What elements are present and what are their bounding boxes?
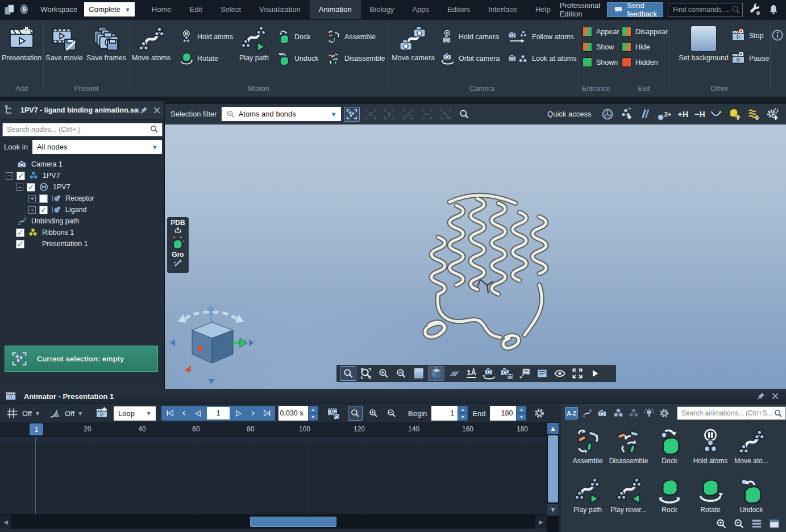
- add-hydrogens-button[interactable]: +H: [677, 110, 688, 119]
- quick-settings-button[interactable]: [764, 107, 780, 122]
- disassemble-button[interactable]: Disassemble: [327, 52, 385, 65]
- add-surface-button[interactable]: [746, 107, 762, 122]
- orientation-gizmo[interactable]: [169, 294, 255, 389]
- export-movie-button[interactable]: [326, 406, 341, 421]
- tree-item-ribbons[interactable]: Ribbons 1: [0, 227, 164, 238]
- scroll-left-arrow[interactable]: ◀: [0, 515, 11, 529]
- skip-to-end-button[interactable]: [260, 407, 274, 419]
- tree-item-receptor[interactable]: + Receptor: [0, 193, 164, 204]
- menu-apps[interactable]: Apps: [403, 0, 438, 19]
- select-similar-button[interactable]: [419, 107, 435, 122]
- tile-assemble[interactable]: Assemble: [567, 427, 608, 475]
- deselect-button[interactable]: [363, 107, 379, 122]
- visibility-checkbox[interactable]: [39, 194, 48, 203]
- play-path-button[interactable]: Play path: [232, 24, 276, 62]
- play-presentation-button[interactable]: [587, 366, 603, 381]
- menu-help[interactable]: Help: [526, 0, 560, 19]
- tile-disassemble[interactable]: Disassemble: [608, 427, 649, 475]
- search-icon[interactable]: [773, 409, 783, 418]
- move-camera-button[interactable]: Move camera: [390, 24, 436, 62]
- timeline-horizontal-scrollbar[interactable]: ◀ ▶: [0, 515, 547, 529]
- tile-hold-atoms[interactable]: Hold atoms: [690, 427, 731, 475]
- visibility-checkbox[interactable]: [27, 183, 35, 192]
- visibility-checkbox[interactable]: [16, 240, 24, 248]
- fullscreen-button[interactable]: [569, 366, 585, 381]
- zoom-out-icon[interactable]: [733, 518, 745, 530]
- timeline-zoom-in-button[interactable]: [366, 406, 381, 421]
- search-nodes-input[interactable]: [2, 123, 163, 136]
- play-backward-button[interactable]: [191, 407, 205, 419]
- begin-frame-input[interactable]: [431, 406, 458, 421]
- save-view-button[interactable]: [498, 366, 515, 381]
- search-animations-input[interactable]: [677, 406, 786, 420]
- detach-window-icon[interactable]: [768, 518, 780, 530]
- scroll-up-arrow[interactable]: ▲: [547, 423, 559, 434]
- look-in-combo[interactable]: All nodes ▼: [32, 140, 162, 154]
- frame-duration-spinner[interactable]: ▲▼: [308, 406, 318, 421]
- pin-panel-icon[interactable]: [756, 392, 766, 401]
- zoom-tool-button[interactable]: [340, 366, 356, 381]
- expand-expander[interactable]: +: [28, 195, 36, 202]
- sort-alphabetical-button[interactable]: A-Z: [565, 407, 578, 419]
- hidden-button[interactable]: Hidden: [622, 57, 658, 67]
- tree-item-model[interactable]: − 1PV7: [0, 181, 164, 193]
- hold-camera-button[interactable]: Hold camera: [441, 30, 499, 44]
- close-panel-icon[interactable]: [771, 392, 779, 400]
- zoom-out-button[interactable]: [393, 366, 409, 381]
- menu-select[interactable]: Select: [211, 0, 250, 19]
- menu-editors[interactable]: Editors: [438, 0, 479, 19]
- tile-dock[interactable]: Dock: [649, 427, 690, 475]
- spin-up-icon[interactable]: ▲: [308, 406, 318, 413]
- build-molecule-button[interactable]: [170, 235, 185, 250]
- move-atoms-button[interactable]: Move atoms: [130, 24, 173, 62]
- shown-button[interactable]: Shown: [583, 57, 618, 67]
- presentation-button[interactable]: Presentation: [0, 24, 43, 62]
- step-back-button[interactable]: [177, 407, 191, 419]
- hide-button[interactable]: Hide: [622, 42, 650, 52]
- current-frame-marker[interactable]: 1: [30, 423, 43, 435]
- find-in-viewport-button[interactable]: [456, 107, 472, 122]
- viewport-canvas[interactable]: PDB Gro: [165, 124, 786, 389]
- collapse-expander[interactable]: −: [16, 184, 23, 191]
- scale-bar-button[interactable]: 1Å: [463, 366, 480, 381]
- save-frames-button[interactable]: Save frames: [85, 24, 128, 62]
- tile-undock[interactable]: Undock: [731, 476, 772, 523]
- disappear-button[interactable]: Disappear: [622, 27, 668, 36]
- timeline-zoom-tool-button[interactable]: [348, 406, 363, 421]
- expand-expander[interactable]: +: [28, 206, 36, 214]
- annotation-button[interactable]: [516, 366, 533, 381]
- send-feedback-button[interactable]: Send feedback: [607, 2, 663, 17]
- animator-settings-button[interactable]: [532, 406, 547, 421]
- scroll-down-arrow[interactable]: ▼: [547, 504, 559, 516]
- save-movie-button[interactable]: Save movie: [43, 24, 86, 62]
- tree-item-presentation[interactable]: Presentation 1: [0, 238, 164, 250]
- show-button[interactable]: Show: [583, 42, 614, 52]
- step-forward-button[interactable]: [246, 407, 260, 419]
- turntable-camera-button[interactable]: [481, 366, 497, 381]
- undock-button[interactable]: Undock: [277, 52, 318, 65]
- add-atoms-button[interactable]: [618, 107, 634, 122]
- hold-atoms-button[interactable]: Hold atoms: [180, 30, 233, 44]
- scrollbar-thumb[interactable]: [548, 435, 558, 502]
- assemble-button[interactable]: Assemble: [327, 30, 376, 44]
- collapse-expander[interactable]: −: [6, 172, 13, 180]
- tree-item-camera[interactable]: Camera 1: [0, 159, 164, 170]
- orientation-cube-button[interactable]: [428, 366, 444, 381]
- select-group-button[interactable]: [438, 107, 454, 122]
- filter-molecules-button[interactable]: [612, 406, 625, 420]
- visibility-button[interactable]: [551, 366, 568, 381]
- dock-button[interactable]: Dock: [277, 30, 310, 44]
- select-connected-button[interactable]: [400, 107, 416, 122]
- zoom-in-button[interactable]: [375, 366, 392, 381]
- floor-button[interactable]: [446, 366, 462, 381]
- select-mode-button[interactable]: [344, 107, 360, 122]
- list-view-icon[interactable]: [751, 518, 763, 530]
- spin-down-icon[interactable]: ▼: [516, 413, 526, 421]
- documents-icon[interactable]: [3, 3, 16, 16]
- filter-effects-button[interactable]: [642, 406, 655, 420]
- add-bond-button[interactable]: [637, 107, 653, 122]
- timeline-ruler[interactable]: 1 20 40 60 80 100 120 140 160 180: [0, 422, 547, 437]
- periodic-table-button[interactable]: [600, 107, 616, 122]
- play-forward-button[interactable]: [231, 407, 246, 419]
- timeline-zoom-out-button[interactable]: [384, 406, 399, 421]
